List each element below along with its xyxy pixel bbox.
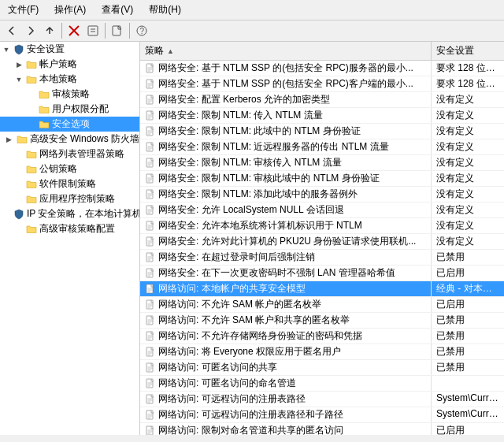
svg-rect-52 [146,237,153,246]
policy-doc-icon [145,236,156,247]
tree-expand-icon[interactable] [0,208,13,221]
tree-expand-icon[interactable] [13,178,25,191]
tree-expand-icon[interactable] [25,118,38,131]
tree-node-userrights[interactable]: 用户权限分配 [0,102,139,117]
tree-node-account[interactable]: ▶ 帐户策略 [0,57,139,72]
tree-node-local[interactable]: ▼ 本地策略 [0,72,139,87]
tree-expand-icon[interactable] [13,148,25,161]
table-row[interactable]: 网络访问: 可远程访问的注册表路径System\CurrentContro... [140,392,504,407]
tree-node-apprule[interactable]: 应用程序控制策略 [0,191,139,206]
policy-name-text: 网络安全: 限制 NTLM: 此域中的 NTLM 身份验证 [158,124,361,138]
toolbar-forward[interactable] [22,22,39,39]
cell-policy: 网络安全: 允许对此计算机的 PKU2U 身份验证请求使用联机... [140,234,432,249]
tree-node-pubkey[interactable]: 公钥策略 [0,162,139,176]
menu-bar: 文件(F) 操作(A) 查看(V) 帮助(H) [0,0,504,20]
col-header-policy[interactable]: 策略 ▲ [140,42,432,60]
col-header-setting[interactable]: 安全设置 [432,42,504,60]
table-row[interactable]: 网络安全: 允许对此计算机的 PKU2U 身份验证请求使用联机...没有定义 [140,234,504,250]
table-row[interactable]: 网络访问: 可匿名访问的命名管道 [140,376,504,392]
menu-help[interactable]: 帮助(H) [144,2,186,18]
table-row[interactable]: 网络安全: 限制 NTLM: 添加此域中的服务器例外没有定义 [140,187,504,202]
policy-name-text: 网络安全: 在超过登录时间后强制注销 [158,251,315,264]
tree-expand-icon[interactable]: ▼ [0,43,13,56]
tree-expand-icon[interactable] [13,193,25,206]
table-row[interactable]: 网络安全: 允许本地系统将计算机标识用于 NTLM没有定义 [140,218,504,234]
svg-rect-92 [146,395,153,403]
tree-node-firewall[interactable]: ▶ 高级安全 Windows 防火墙 [0,132,139,147]
table-row[interactable]: 网络访问: 限制对命名管道和共享的匿名访问已启用 [140,423,504,435]
sort-arrow-policy: ▲ [167,47,174,55]
toolbar-export[interactable] [109,22,126,39]
table-row[interactable]: 网络安全: 限制 NTLM: 近远程服务器的传出 NTLM 流量没有定义 [140,139,504,155]
tree-expand-icon[interactable] [13,223,25,236]
cell-policy: 网络访问: 不允许 SAM 帐户的匿名枚举 [140,297,432,312]
tree-node-ip[interactable]: IP 安全策略，在本地计算机 [0,206,139,221]
policy-name-text: 网络安全: 允许 LocalSystem NULL 会话回退 [158,203,344,217]
table-row[interactable]: 网络安全: 允许 LocalSystem NULL 会话回退没有定义 [140,202,504,218]
policy-doc-icon [145,79,156,90]
toolbar-properties[interactable] [84,22,102,39]
table-row[interactable]: 网络安全: 配置 Kerberos 允许的加密类型没有定义 [140,92,504,108]
tree-expand-icon[interactable]: ▼ [13,73,25,86]
menu-view[interactable]: 查看(V) [97,2,138,18]
tree-node-security[interactable]: 安全选项 [0,117,139,132]
toolbar-up[interactable] [41,22,58,39]
tree-node-label: IP 安全策略，在本地计算机 [27,207,140,221]
toolbar-sep3 [129,23,130,39]
tree-node-netlist[interactable]: 网络列表管理器策略 [0,147,139,162]
cell-policy: 网络安全: 限制 NTLM: 审核此域中的 NTLM 身份验证 [140,171,432,186]
table-row[interactable]: 网络安全: 限制 NTLM: 审核此域中的 NTLM 身份验证没有定义 [140,171,504,187]
cell-setting: 已禁用 [432,329,504,344]
table-row[interactable]: 网络安全: 基于 NTLM SSP 的(包括安全 RPC)服务器的最小...要求… [140,61,504,76]
policy-name-text: 网络访问: 可匿名访问的共享 [158,361,277,374]
cell-setting: 没有定义 [432,218,504,233]
policy-doc-icon [145,221,156,232]
table-body: 网络安全: 基于 NTLM SSP 的(包括安全 RPC)服务器的最小...要求… [140,61,504,435]
cell-setting: 没有定义 [432,108,504,123]
menu-file[interactable]: 文件(F) [3,2,43,18]
cell-policy: 网络安全: 限制 NTLM: 添加此域中的服务器例外 [140,187,432,202]
tree-node-label: 高级安全 Windows 防火墙 [30,132,139,146]
table-row[interactable]: 网络访问: 将 Everyone 权限应用于匿名用户已禁用 [140,344,504,360]
policy-name-text: 网络访问: 不允许 SAM 帐户和共享的匿名枚举 [158,314,350,327]
svg-rect-2 [88,26,98,35]
table-row[interactable]: 网络访问: 不允许存储网络身份验证的密码和凭据已禁用 [140,329,504,344]
tree-expand-icon[interactable] [13,163,25,176]
tree-node-software[interactable]: 软件限制策略 [0,176,139,191]
tree-expand-icon[interactable] [25,103,38,116]
tree-expand-icon[interactable]: ▶ [13,58,25,71]
toolbar-help[interactable]: ? [133,22,150,39]
table-row[interactable]: 网络访问: 不允许 SAM 帐户的匿名枚举已启用 [140,297,504,313]
tree-folder-icon [25,178,38,191]
policy-doc-icon [145,268,156,279]
table-row[interactable]: 网络安全: 限制 NTLM: 此域中的 NTLM 身份验证没有定义 [140,124,504,139]
toolbar-back[interactable] [3,22,20,39]
tree-folder-icon [38,103,50,116]
table-row[interactable]: 网络访问: 可匿名访问的共享已禁用 [140,360,504,376]
tree-node-root[interactable]: ▼ 安全设置 [0,42,139,57]
tree-folder-icon [25,148,38,161]
table-row[interactable]: 网络安全: 基于 NTLM SSP 的(包括安全 RPC)客户端的最小...要求… [140,76,504,92]
table-row[interactable]: 网络访问: 本地帐户的共享安全模型经典 - 对本地用户进行... [140,281,504,297]
menu-action[interactable]: 操作(A) [50,2,91,18]
table-row[interactable]: 网络安全: 限制 NTLM: 审核传入 NTLM 流量没有定义 [140,155,504,171]
table-row[interactable]: 网络访问: 可远程访问的注册表路径和子路径System\CurrentContr… [140,407,504,423]
table-row[interactable]: 网络安全: 在下一次更改密码时不强制 LAN 管理器哈希值已启用 [140,266,504,281]
policy-name-text: 网络访问: 将 Everyone 权限应用于匿名用户 [158,345,341,358]
tree-expand-icon[interactable] [25,88,38,101]
svg-rect-64 [146,284,153,293]
tree-node-advanced[interactable]: 高级审核策略配置 [0,221,139,236]
tree-node-audit[interactable]: 审核策略 [0,87,139,102]
policy-name-text: 网络安全: 基于 NTLM SSP 的(包括安全 RPC)客户端的最小... [158,77,413,91]
tree-folder-icon [38,118,50,131]
cell-policy: 网络访问: 可匿名访问的命名管道 [140,376,432,391]
table-row[interactable]: 网络安全: 限制 NTLM: 传入 NTLM 流量没有定义 [140,108,504,124]
cell-setting: 已启用 [432,423,504,435]
toolbar-delete[interactable] [65,22,83,39]
table-row[interactable]: 网络安全: 在超过登录时间后强制注销已禁用 [140,250,504,266]
table-row[interactable]: 网络访问: 不允许 SAM 帐户和共享的匿名枚举已禁用 [140,313,504,329]
svg-rect-16 [146,95,153,104]
svg-rect-44 [146,206,153,214]
tree-expand-icon[interactable]: ▶ [3,133,16,146]
cell-setting: 要求 128 位加密 [432,76,504,91]
